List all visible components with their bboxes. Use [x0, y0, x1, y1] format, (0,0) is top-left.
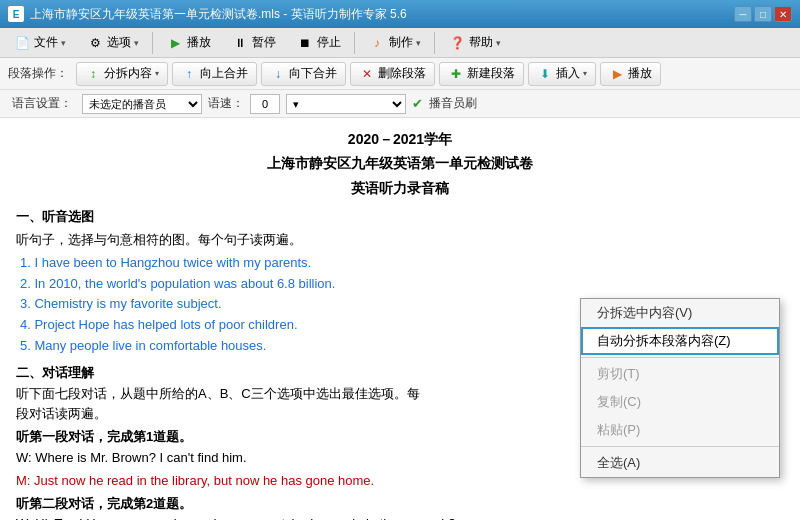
merge-down-icon: ↓ [270, 66, 286, 82]
doc-year: 2020－2021学年 [16, 128, 784, 150]
minimize-button[interactable]: ─ [734, 6, 752, 22]
delete-para-button[interactable]: ✕ 删除段落 [350, 62, 435, 86]
insert-arrow: ▾ [583, 69, 587, 78]
menu-file[interactable]: 📄 文件 ▾ [4, 31, 75, 55]
ctx-copy[interactable]: 复制(C) [581, 388, 779, 416]
checkmark-icon: ✔ [412, 96, 423, 111]
file-arrow: ▾ [61, 38, 66, 48]
menu-options[interactable]: ⚙ 选项 ▾ [77, 31, 148, 55]
section1-desc: 听句子，选择与句意相符的图。每个句子读两遍。 [16, 230, 784, 251]
make-arrow: ▾ [416, 38, 421, 48]
menu-play[interactable]: ▶ 播放 [157, 31, 220, 55]
ctx-cut-label: 剪切(T) [597, 365, 640, 383]
dialog2-w: W: Hi, Tom! Have you ever jumped rope or… [16, 514, 784, 520]
lang-label: 语言设置： [8, 95, 76, 112]
ctx-auto-split[interactable]: 自动分拆本段落内容(Z) [581, 327, 779, 355]
new-label: 新建段落 [467, 65, 515, 82]
playback-label: 播放 [628, 65, 652, 82]
toolbar-para-label: 段落操作： [4, 65, 72, 82]
menu-sep1 [152, 32, 153, 54]
split-icon: ↕ [85, 66, 101, 82]
ctx-select-all-label: 全选(A) [597, 454, 640, 472]
insert-button[interactable]: ⬇ 插入 ▾ [528, 62, 596, 86]
ctx-sep2 [581, 446, 779, 447]
merge-up-label: 向上合并 [200, 65, 248, 82]
menu-make[interactable]: ♪ 制作 ▾ [359, 31, 430, 55]
context-menu: 分拆选中内容(V) 自动分拆本段落内容(Z) 剪切(T) 复制(C) 粘贴(P)… [580, 298, 780, 478]
ctx-select-all[interactable]: 全选(A) [581, 449, 779, 477]
menu-file-label: 文件 [34, 34, 58, 51]
file-icon: 📄 [13, 34, 31, 52]
playback-icon: ▶ [609, 66, 625, 82]
speed-select[interactable]: ▾ [286, 94, 406, 114]
ctx-split-selected[interactable]: 分拆选中内容(V) [581, 299, 779, 327]
options-icon: ⚙ [86, 34, 104, 52]
menu-help[interactable]: ❓ 帮助 ▾ [439, 31, 510, 55]
delete-icon: ✕ [359, 66, 375, 82]
new-icon: ✚ [448, 66, 464, 82]
item1: 1. I have been to Hangzhou twice with my… [20, 253, 784, 274]
split-arrow: ▾ [155, 69, 159, 78]
main-area: 2020－2021学年 上海市静安区九年级英语第一单元检测试卷 英语听力录音稿 … [0, 118, 800, 520]
menu-sep2 [354, 32, 355, 54]
merge-up-button[interactable]: ↑ 向上合并 [172, 62, 257, 86]
stop-icon: ⏹ [296, 34, 314, 52]
section1-header: 一、听音选图 [16, 207, 784, 228]
toolbar-language: 语言设置： 未选定的播音员 语速： ▾ ✔ 播音员刷 [0, 90, 800, 118]
menu-sep3 [434, 32, 435, 54]
delete-label: 删除段落 [378, 65, 426, 82]
ctx-cut[interactable]: 剪切(T) [581, 360, 779, 388]
doc-school: 上海市静安区九年级英语第一单元检测试卷 [16, 152, 784, 174]
ctx-sep1 [581, 357, 779, 358]
playback-button[interactable]: ▶ 播放 [600, 62, 661, 86]
help-arrow: ▾ [496, 38, 501, 48]
narrator-select[interactable]: 未选定的播音员 [82, 94, 202, 114]
item2: 2. In 2010, the world's population was a… [20, 274, 784, 295]
menu-play-label: 播放 [187, 34, 211, 51]
merge-down-button[interactable]: ↓ 向下合并 [261, 62, 346, 86]
ctx-split-selected-label: 分拆选中内容(V) [597, 304, 692, 322]
menu-bar: 📄 文件 ▾ ⚙ 选项 ▾ ▶ 播放 ⏸ 暂停 ⏹ 停止 ♪ 制作 ▾ ❓ 帮助… [0, 28, 800, 58]
help-icon: ❓ [448, 34, 466, 52]
toolbar-paragraph: 段落操作： ↕ 分拆内容 ▾ ↑ 向上合并 ↓ 向下合并 ✕ 删除段落 ✚ 新建… [0, 58, 800, 90]
pause-icon: ⏸ [231, 34, 249, 52]
doc-subtitle: 英语听力录音稿 [16, 177, 784, 199]
title-bar: E 上海市静安区九年级英语第一单元检测试卷.mls - 英语听力制作专家 5.6… [0, 0, 800, 28]
menu-make-label: 制作 [389, 34, 413, 51]
merge-down-label: 向下合并 [289, 65, 337, 82]
split-content-button[interactable]: ↕ 分拆内容 ▾ [76, 62, 168, 86]
app-icon: E [8, 6, 24, 22]
play-icon: ▶ [166, 34, 184, 52]
close-button[interactable]: ✕ [774, 6, 792, 22]
new-para-button[interactable]: ✚ 新建段落 [439, 62, 524, 86]
menu-pause[interactable]: ⏸ 暂停 [222, 31, 285, 55]
menu-options-label: 选项 [107, 34, 131, 51]
insert-icon: ⬇ [537, 66, 553, 82]
ctx-auto-split-label: 自动分拆本段落内容(Z) [597, 332, 731, 350]
menu-help-label: 帮助 [469, 34, 493, 51]
menu-stop[interactable]: ⏹ 停止 [287, 31, 350, 55]
refresh-narrator-button[interactable]: 播音员刷 [429, 95, 477, 112]
options-arrow: ▾ [134, 38, 139, 48]
maximize-button[interactable]: □ [754, 6, 772, 22]
ctx-copy-label: 复制(C) [597, 393, 641, 411]
window-controls: ─ □ ✕ [734, 6, 792, 22]
ctx-paste-label: 粘贴(P) [597, 421, 640, 439]
window-title: 上海市静安区九年级英语第一单元检测试卷.mls - 英语听力制作专家 5.6 [30, 6, 734, 23]
speed-label: 语速： [208, 95, 244, 112]
menu-pause-label: 暂停 [252, 34, 276, 51]
ctx-paste[interactable]: 粘贴(P) [581, 416, 779, 444]
menu-stop-label: 停止 [317, 34, 341, 51]
split-label: 分拆内容 [104, 65, 152, 82]
merge-up-icon: ↑ [181, 66, 197, 82]
make-icon: ♪ [368, 34, 386, 52]
insert-label: 插入 [556, 65, 580, 82]
listen2: 听第二段对话，完成第2道题。 [16, 494, 784, 515]
speed-input[interactable] [250, 94, 280, 114]
